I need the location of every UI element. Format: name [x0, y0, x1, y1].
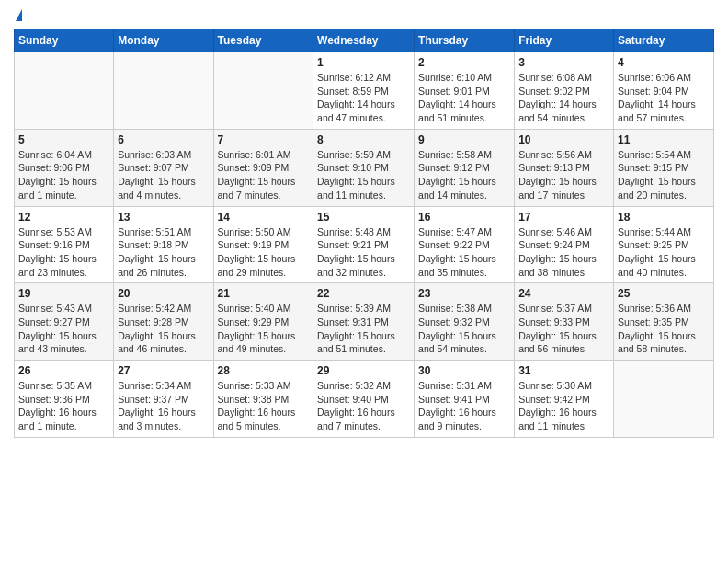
day-info: Sunrise: 6:03 AMSunset: 9:07 PMDaylight:…: [118, 148, 209, 202]
logo-triangle-icon: [16, 9, 22, 21]
day-number: 25: [618, 287, 710, 300]
day-number: 31: [518, 364, 609, 377]
day-info: Sunrise: 6:12 AMSunset: 8:59 PMDaylight:…: [317, 71, 410, 125]
day-info: Sunrise: 5:36 AMSunset: 9:35 PMDaylight:…: [618, 302, 710, 356]
day-info: Sunrise: 5:30 AMSunset: 9:42 PMDaylight:…: [518, 379, 609, 433]
calendar-cell: 9Sunrise: 5:58 AMSunset: 9:12 PMDaylight…: [415, 129, 515, 206]
day-number: 11: [618, 133, 710, 146]
day-info: Sunrise: 5:53 AMSunset: 9:16 PMDaylight:…: [18, 225, 109, 280]
day-info: Sunrise: 6:10 AMSunset: 9:01 PMDaylight:…: [418, 71, 510, 125]
day-info: Sunrise: 5:51 AMSunset: 9:18 PMDaylight:…: [118, 225, 209, 280]
calendar-cell: 22Sunrise: 5:39 AMSunset: 9:31 PMDayligh…: [313, 283, 415, 361]
day-info: Sunrise: 5:40 AMSunset: 9:29 PMDaylight:…: [218, 302, 310, 356]
day-number: 9: [418, 133, 510, 146]
day-number: 30: [418, 364, 510, 377]
week-row-5: 26Sunrise: 5:35 AMSunset: 9:36 PMDayligh…: [15, 361, 714, 438]
day-header-sunday: Sunday: [15, 29, 114, 52]
calendar-cell: [614, 361, 714, 438]
day-number: 4: [618, 56, 710, 69]
day-number: 16: [418, 211, 510, 224]
day-info: Sunrise: 5:37 AMSunset: 9:33 PMDaylight:…: [518, 302, 609, 356]
day-info: Sunrise: 5:58 AMSunset: 9:12 PMDaylight:…: [418, 148, 510, 202]
day-header-saturday: Saturday: [614, 29, 714, 52]
day-number: 24: [518, 287, 609, 300]
calendar-cell: 15Sunrise: 5:48 AMSunset: 9:21 PMDayligh…: [313, 206, 415, 283]
calendar-cell: 18Sunrise: 5:44 AMSunset: 9:25 PMDayligh…: [614, 206, 714, 283]
day-info: Sunrise: 5:39 AMSunset: 9:31 PMDaylight:…: [317, 302, 410, 356]
calendar-cell: 16Sunrise: 5:47 AMSunset: 9:22 PMDayligh…: [415, 206, 515, 283]
calendar-cell: 2Sunrise: 6:10 AMSunset: 9:01 PMDaylight…: [415, 52, 515, 130]
day-number: 15: [317, 211, 410, 224]
calendar-cell: 20Sunrise: 5:42 AMSunset: 9:28 PMDayligh…: [114, 283, 213, 361]
day-info: Sunrise: 5:47 AMSunset: 9:22 PMDaylight:…: [418, 225, 510, 280]
day-info: Sunrise: 5:42 AMSunset: 9:28 PMDaylight:…: [118, 302, 209, 356]
day-number: 28: [218, 364, 310, 377]
day-info: Sunrise: 5:56 AMSunset: 9:13 PMDaylight:…: [518, 148, 609, 202]
day-number: 23: [418, 287, 510, 300]
calendar-cell: 26Sunrise: 5:35 AMSunset: 9:36 PMDayligh…: [15, 361, 114, 438]
calendar-cell: 8Sunrise: 5:59 AMSunset: 9:10 PMDaylight…: [313, 129, 415, 206]
day-number: 2: [418, 56, 510, 69]
day-info: Sunrise: 5:38 AMSunset: 9:32 PMDaylight:…: [418, 302, 510, 356]
calendar-table: SundayMondayTuesdayWednesdayThursdayFrid…: [14, 29, 714, 438]
calendar-cell: 1Sunrise: 6:12 AMSunset: 8:59 PMDaylight…: [313, 52, 415, 130]
day-number: 29: [317, 364, 410, 377]
week-row-1: 1Sunrise: 6:12 AMSunset: 8:59 PMDaylight…: [15, 52, 714, 130]
day-header-monday: Monday: [114, 29, 213, 52]
day-info: Sunrise: 5:43 AMSunset: 9:27 PMDaylight:…: [18, 302, 109, 356]
calendar-cell: 28Sunrise: 5:33 AMSunset: 9:38 PMDayligh…: [213, 361, 313, 438]
day-number: 1: [317, 56, 410, 69]
calendar-cell: 19Sunrise: 5:43 AMSunset: 9:27 PMDayligh…: [15, 283, 114, 361]
calendar-cell: 14Sunrise: 5:50 AMSunset: 9:19 PMDayligh…: [213, 206, 313, 283]
calendar-cell: 12Sunrise: 5:53 AMSunset: 9:16 PMDayligh…: [15, 206, 114, 283]
calendar-cell: 30Sunrise: 5:31 AMSunset: 9:41 PMDayligh…: [415, 361, 515, 438]
calendar-cell: 4Sunrise: 6:06 AMSunset: 9:04 PMDaylight…: [614, 52, 714, 130]
day-header-tuesday: Tuesday: [213, 29, 313, 52]
day-number: 21: [218, 287, 310, 300]
day-info: Sunrise: 6:01 AMSunset: 9:09 PMDaylight:…: [218, 148, 310, 202]
day-number: 22: [317, 287, 410, 300]
logo: [14, 9, 22, 21]
day-info: Sunrise: 5:32 AMSunset: 9:40 PMDaylight:…: [317, 379, 410, 433]
day-number: 13: [118, 211, 209, 224]
day-info: Sunrise: 5:34 AMSunset: 9:37 PMDaylight:…: [118, 379, 209, 433]
day-number: 5: [18, 133, 109, 146]
day-info: Sunrise: 5:31 AMSunset: 9:41 PMDaylight:…: [418, 379, 510, 433]
day-number: 7: [218, 133, 310, 146]
day-number: 6: [118, 133, 209, 146]
week-row-2: 5Sunrise: 6:04 AMSunset: 9:06 PMDaylight…: [15, 129, 714, 206]
calendar-cell: [213, 52, 313, 130]
day-info: Sunrise: 6:06 AMSunset: 9:04 PMDaylight:…: [618, 71, 710, 125]
day-number: 3: [518, 56, 609, 69]
day-info: Sunrise: 6:08 AMSunset: 9:02 PMDaylight:…: [518, 71, 609, 125]
day-info: Sunrise: 5:35 AMSunset: 9:36 PMDaylight:…: [18, 379, 109, 433]
calendar-cell: [15, 52, 114, 130]
day-number: 8: [317, 133, 410, 146]
day-number: 26: [18, 364, 109, 377]
day-info: Sunrise: 5:46 AMSunset: 9:24 PMDaylight:…: [518, 225, 609, 280]
day-number: 20: [118, 287, 209, 300]
day-info: Sunrise: 5:50 AMSunset: 9:19 PMDaylight:…: [218, 225, 310, 280]
calendar-cell: 25Sunrise: 5:36 AMSunset: 9:35 PMDayligh…: [614, 283, 714, 361]
day-number: 12: [18, 211, 109, 224]
calendar-cell: 5Sunrise: 6:04 AMSunset: 9:06 PMDaylight…: [15, 129, 114, 206]
calendar-cell: 29Sunrise: 5:32 AMSunset: 9:40 PMDayligh…: [313, 361, 415, 438]
day-info: Sunrise: 5:48 AMSunset: 9:21 PMDaylight:…: [317, 225, 410, 280]
day-header-friday: Friday: [515, 29, 614, 52]
calendar-header: SundayMondayTuesdayWednesdayThursdayFrid…: [15, 29, 714, 52]
calendar-cell: 17Sunrise: 5:46 AMSunset: 9:24 PMDayligh…: [515, 206, 614, 283]
calendar-cell: 24Sunrise: 5:37 AMSunset: 9:33 PMDayligh…: [515, 283, 614, 361]
days-of-week-row: SundayMondayTuesdayWednesdayThursdayFrid…: [15, 29, 714, 52]
calendar-cell: 11Sunrise: 5:54 AMSunset: 9:15 PMDayligh…: [614, 129, 714, 206]
calendar-cell: [114, 52, 213, 130]
page-header: [14, 9, 714, 21]
day-info: Sunrise: 6:04 AMSunset: 9:06 PMDaylight:…: [18, 148, 109, 202]
day-info: Sunrise: 5:54 AMSunset: 9:15 PMDaylight:…: [618, 148, 710, 202]
calendar-cell: 3Sunrise: 6:08 AMSunset: 9:02 PMDaylight…: [515, 52, 614, 130]
day-info: Sunrise: 5:44 AMSunset: 9:25 PMDaylight:…: [618, 225, 710, 280]
week-row-4: 19Sunrise: 5:43 AMSunset: 9:27 PMDayligh…: [15, 283, 714, 361]
day-number: 14: [218, 211, 310, 224]
calendar-cell: 13Sunrise: 5:51 AMSunset: 9:18 PMDayligh…: [114, 206, 213, 283]
calendar-cell: 6Sunrise: 6:03 AMSunset: 9:07 PMDaylight…: [114, 129, 213, 206]
calendar-body: 1Sunrise: 6:12 AMSunset: 8:59 PMDaylight…: [15, 52, 714, 438]
